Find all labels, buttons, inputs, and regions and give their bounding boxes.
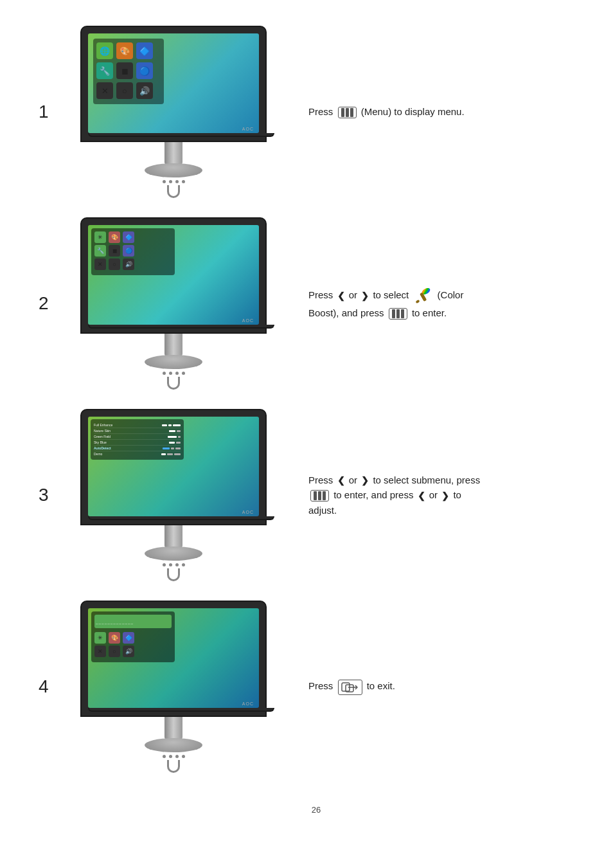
stand-hook-2 xyxy=(167,377,180,390)
monitor-body-3: Full Enhance Nature Skin xyxy=(80,409,267,525)
page: 1 🌐 🎨 🔷 🔧 ◼ 🔵 ✕ ○ 🔊 xyxy=(0,0,613,868)
monitor-body-2: ✳ 🎨 🔷 🔧 ◼ 🔵 ✕ ○ xyxy=(80,217,267,334)
menu-bar-3-2 xyxy=(318,491,321,500)
step-3-row: 3 Full Enhance xyxy=(39,409,594,581)
monitor-body: 🌐 🎨 🔷 🔧 ◼ 🔵 ✕ ○ 🔊 AOC xyxy=(80,26,267,142)
step-4-number: 4 xyxy=(39,676,64,697)
step-1-number: 1 xyxy=(39,102,64,122)
menu4-row-1: ✳ 🎨 🔷 xyxy=(94,632,172,644)
screen-icon-4: 🔧 xyxy=(96,62,113,79)
step-3-instruction: Press ❮ or ❯ to select submenu, press to… xyxy=(302,473,594,518)
screen-icon-7: ✕ xyxy=(96,82,113,99)
stand-dot-4-2 xyxy=(169,755,172,758)
menu2-row-3: ✕ ○ 🔊 xyxy=(94,258,172,270)
step-1-instruction: Press (Menu) to display menu. xyxy=(302,104,594,119)
screen-icon-8: ○ xyxy=(116,82,133,99)
monitor-screen-3: Full Enhance Nature Skin xyxy=(88,417,259,516)
menu4-icon-6: 🔊 xyxy=(123,646,134,657)
screen-icons: 🌐 🎨 🔷 🔧 ◼ 🔵 ✕ ○ 🔊 xyxy=(93,39,164,104)
monitor-stand xyxy=(145,142,202,198)
stand-dots xyxy=(163,180,185,183)
stand-dot-1 xyxy=(163,180,166,183)
step-1-before: Press xyxy=(308,106,333,117)
monitor-bezel-bottom-3 xyxy=(88,516,274,520)
step-2-to-select: to select xyxy=(373,289,411,300)
step-2-after: to enter. xyxy=(412,307,447,318)
menu2-icon-7: ✕ xyxy=(94,258,106,270)
step-2-row: 2 ✳ 🎨 🔷 🔧 ◼ xyxy=(39,217,594,390)
submenu-row-5: AutoDetect xyxy=(94,446,181,451)
stand-dot-3 xyxy=(175,180,179,183)
menu2-icon-4: 🔧 xyxy=(94,245,106,257)
stand-dots-3 xyxy=(163,563,185,566)
menu2-icon-8: ○ xyxy=(109,258,120,270)
menu-button-icon-2 xyxy=(389,308,407,320)
menu-bar-3 xyxy=(350,108,353,117)
step-2-monitor: ✳ 🎨 🔷 🔧 ◼ 🔵 ✕ ○ xyxy=(71,217,276,390)
monitor-stand-2 xyxy=(145,334,202,390)
stand-neck-4 xyxy=(164,717,182,739)
monitor-stand-3 xyxy=(145,525,202,581)
submenu-row-2: Nature Skin xyxy=(94,428,181,434)
step-1-after: (Menu) to display menu. xyxy=(361,106,465,117)
monitor-bezel-bottom-4 xyxy=(88,708,274,712)
monitor-brand-3: AOC xyxy=(242,510,254,514)
monitor-body-4: ───────────── ✳ 🎨 🔷 ✕ ○ � xyxy=(80,601,267,717)
stand-dot-4-1 xyxy=(163,755,166,758)
screen-icon-5: ◼ xyxy=(116,62,133,79)
menu-bar-1 xyxy=(341,108,344,117)
step-3-before: Press xyxy=(308,475,336,485)
screen2-menu: ✳ 🎨 🔷 🔧 ◼ 🔵 ✕ ○ xyxy=(91,228,175,275)
stand-hook xyxy=(167,185,180,198)
monitor-screen: 🌐 🎨 🔷 🔧 ◼ 🔵 ✕ ○ 🔊 AOC xyxy=(88,33,259,133)
screen-icon-9: 🔊 xyxy=(136,82,153,99)
menu-bar-3-1 xyxy=(314,491,317,500)
stand-hook-4 xyxy=(167,760,180,773)
stand-dot-2-1 xyxy=(163,372,166,375)
step-4-text: Press to exit. xyxy=(308,678,395,694)
menu4-icon-4: ✕ xyxy=(94,646,106,657)
submenu-panel: Full Enhance Nature Skin xyxy=(91,419,184,460)
menu4-icon-2: 🎨 xyxy=(109,632,120,644)
step-3-part2: to enter, and press xyxy=(333,489,416,500)
menu2-icon-9: 🔊 xyxy=(123,258,134,270)
menu-bar-3-3 xyxy=(323,491,326,500)
monitor-stand-4 xyxy=(145,717,202,773)
menu2-row-2: 🔧 ◼ 🔵 xyxy=(94,245,172,257)
color-boost-icon xyxy=(413,286,432,305)
step-1-row: 1 🌐 🎨 🔷 🔧 ◼ 🔵 ✕ ○ 🔊 xyxy=(39,26,594,198)
monitor-bezel-bottom-2 xyxy=(88,325,274,329)
menu2-icon-3: 🔷 xyxy=(123,231,134,243)
step-4-instruction: Press to exit. xyxy=(302,678,594,694)
menu4-icon-3: 🔷 xyxy=(123,632,134,644)
stand-dot-4-3 xyxy=(175,755,179,758)
step-3-text: Press ❮ or ❯ to select submenu, press to… xyxy=(308,473,480,518)
step-4-row: 4 ───────────── ✳ 🎨 xyxy=(39,601,594,773)
submenu-row-1: Full Enhance xyxy=(94,422,181,428)
monitor-screen-4: ───────────── ✳ 🎨 🔷 ✕ ○ � xyxy=(88,608,259,708)
menu4-icon-5: ○ xyxy=(109,646,120,657)
stand-neck-2 xyxy=(164,334,182,356)
menu-button-icon-3 xyxy=(310,490,329,502)
monitor-bezel-bottom xyxy=(88,133,274,137)
monitor-screen-2: ✳ 🎨 🔷 🔧 ◼ 🔵 ✕ ○ xyxy=(88,225,259,325)
menu-bar-2-1 xyxy=(392,309,395,318)
step-3-or2: or xyxy=(429,489,441,500)
step-3-monitor: Full Enhance Nature Skin xyxy=(71,409,276,581)
menu4-icon-1: ✳ xyxy=(94,632,106,644)
stand-neck-3 xyxy=(164,525,182,548)
menu2-icon-5: ◼ xyxy=(109,245,120,257)
step-3-adjust: adjust. xyxy=(308,505,337,516)
submenu-row-3: Green Field xyxy=(94,434,181,440)
menu4-row-top: ───────────── xyxy=(94,615,172,630)
step-3-or1: or xyxy=(349,475,360,485)
screen-icon-2: 🎨 xyxy=(116,42,133,59)
step-3-to: to xyxy=(453,489,461,500)
screen-icon-1: 🌐 xyxy=(96,42,113,59)
menu2-row-1: ✳ 🎨 🔷 xyxy=(94,231,172,243)
exit-button-icon xyxy=(338,680,362,695)
stand-base-4 xyxy=(145,738,202,752)
stand-dot-3-1 xyxy=(163,563,166,566)
stand-dot-3-2 xyxy=(169,563,172,566)
stand-dot-2-4 xyxy=(182,372,185,375)
